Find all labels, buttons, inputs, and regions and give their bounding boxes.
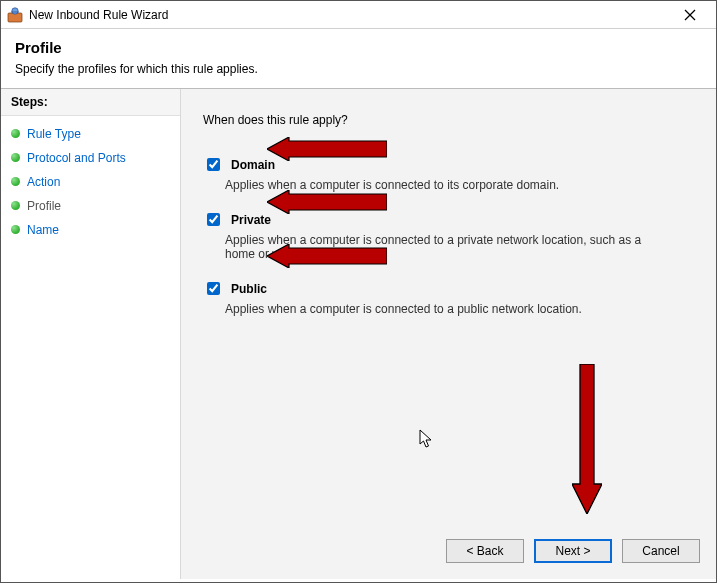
step-item-protocol-and-ports[interactable]: Protocol and Ports	[5, 146, 176, 170]
checkbox-public[interactable]	[207, 282, 220, 295]
content-panel: When does this rule apply? DomainApplies…	[181, 89, 716, 579]
steps-heading: Steps:	[1, 89, 180, 116]
option-description-private: Applies when a computer is connected to …	[225, 233, 655, 261]
option-domain: DomainApplies when a computer is connect…	[203, 155, 694, 192]
step-item-name[interactable]: Name	[5, 218, 176, 242]
svg-point-1	[12, 7, 18, 13]
option-public: PublicApplies when a computer is connect…	[203, 279, 694, 316]
checkbox-domain[interactable]	[207, 158, 220, 171]
back-button[interactable]: < Back	[446, 539, 524, 563]
next-button[interactable]: Next >	[534, 539, 612, 563]
annotation-arrow-next	[572, 364, 602, 514]
option-label-private: Private	[231, 213, 271, 227]
cursor-icon	[419, 429, 435, 452]
page-description: Specify the profiles for which this rule…	[15, 62, 702, 76]
titlebar: New Inbound Rule Wizard	[1, 1, 716, 29]
question-text: When does this rule apply?	[203, 113, 694, 127]
step-item-action[interactable]: Action	[5, 170, 176, 194]
wizard-body: Steps: Rule TypeProtocol and PortsAction…	[1, 88, 716, 579]
option-description-domain: Applies when a computer is connected to …	[225, 178, 655, 192]
step-item-rule-type[interactable]: Rule Type	[5, 122, 176, 146]
close-icon	[684, 9, 696, 21]
wizard-header: Profile Specify the profiles for which t…	[1, 29, 716, 88]
checkbox-private[interactable]	[207, 213, 220, 226]
option-row-public: Public	[203, 279, 694, 298]
step-item-profile[interactable]: Profile	[5, 194, 176, 218]
cancel-button[interactable]: Cancel	[622, 539, 700, 563]
close-button[interactable]	[670, 2, 710, 28]
steps-sidebar: Steps: Rule TypeProtocol and PortsAction…	[1, 89, 181, 579]
steps-list: Rule TypeProtocol and PortsActionProfile…	[1, 116, 180, 248]
option-label-public: Public	[231, 282, 267, 296]
app-icon	[7, 7, 23, 23]
window-title: New Inbound Rule Wizard	[29, 8, 670, 22]
option-description-public: Applies when a computer is connected to …	[225, 302, 655, 316]
profile-options: DomainApplies when a computer is connect…	[203, 155, 694, 316]
option-label-domain: Domain	[231, 158, 275, 172]
option-private: PrivateApplies when a computer is connec…	[203, 210, 694, 261]
option-row-domain: Domain	[203, 155, 694, 174]
page-title: Profile	[15, 39, 702, 56]
wizard-buttons: < Back Next > Cancel	[446, 539, 700, 563]
option-row-private: Private	[203, 210, 694, 229]
